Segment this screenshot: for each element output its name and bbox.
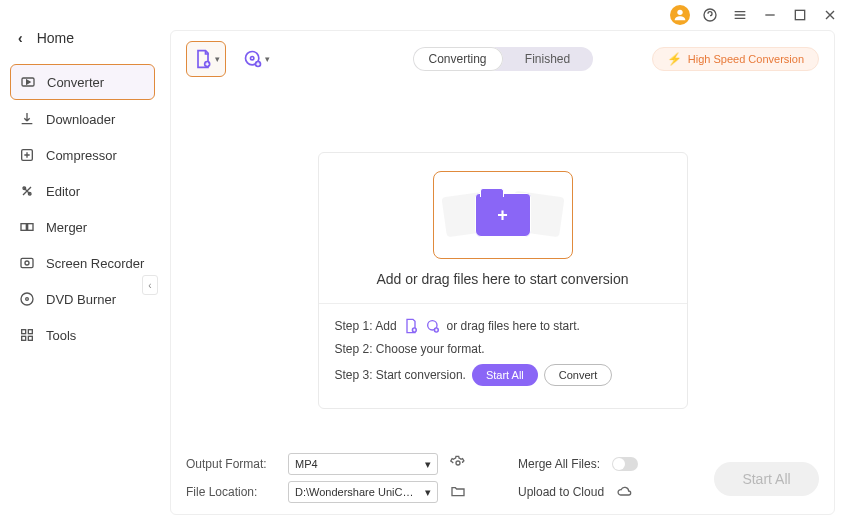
sidebar-item-label: Tools [46, 328, 76, 343]
sidebar-item-label: Downloader [46, 112, 115, 127]
sidebar-item-compressor[interactable]: Compressor [10, 138, 155, 172]
chevron-down-icon: ▾ [425, 486, 431, 499]
chevron-down-icon: ▾ [215, 54, 220, 64]
sidebar-item-label: Compressor [46, 148, 117, 163]
high-speed-pill[interactable]: ⚡ High Speed Conversion [652, 47, 819, 71]
back-icon[interactable]: ‹ [18, 30, 23, 46]
svg-point-11 [21, 293, 33, 305]
svg-rect-15 [22, 336, 26, 340]
sidebar-item-downloader[interactable]: Downloader [10, 102, 155, 136]
sidebar-item-label: Merger [46, 220, 87, 235]
add-folder-card[interactable]: + [433, 171, 573, 259]
file-location-value: D:\Wondershare UniConverter 1 [295, 486, 415, 498]
svg-rect-9 [21, 258, 33, 267]
add-file-icon [403, 318, 419, 334]
output-format-value: MP4 [295, 458, 318, 470]
svg-point-24 [456, 461, 460, 465]
sidebar-item-editor[interactable]: Editor [10, 174, 155, 208]
file-location-select[interactable]: D:\Wondershare UniConverter 1 ▾ [288, 481, 438, 503]
dvd-icon [18, 290, 36, 308]
status-tabs: Converting Finished [413, 47, 593, 71]
close-button[interactable] [820, 5, 840, 25]
cloud-icon[interactable] [616, 483, 632, 502]
step2-text: Step 2: Choose your format. [335, 342, 485, 356]
svg-rect-8 [28, 224, 33, 231]
folder-open-icon[interactable] [450, 483, 466, 502]
maximize-button[interactable] [790, 5, 810, 25]
settings-icon[interactable] [450, 455, 466, 474]
tab-finished[interactable]: Finished [503, 47, 593, 71]
sidebar-collapse-handle[interactable]: ‹ [142, 275, 158, 295]
converter-icon [19, 73, 37, 91]
user-avatar[interactable] [670, 5, 690, 25]
merge-label: Merge All Files: [518, 457, 600, 471]
sidebar-item-converter[interactable]: Converter [10, 64, 155, 100]
editor-icon [18, 182, 36, 200]
add-file-button[interactable]: ▾ [186, 41, 226, 77]
plus-icon: + [497, 205, 508, 226]
sidebar-item-merger[interactable]: Merger [10, 210, 155, 244]
sidebar-item-tools[interactable]: Tools [10, 318, 155, 352]
svg-rect-16 [28, 336, 32, 340]
drop-zone[interactable]: + Add or drag files here to start conver… [318, 152, 688, 409]
sidebar-item-label: Converter [47, 75, 104, 90]
svg-rect-13 [22, 330, 26, 334]
upload-label: Upload to Cloud [518, 485, 604, 499]
folder-icon: + [475, 193, 531, 237]
convert-pill[interactable]: Convert [544, 364, 613, 386]
hamburger-icon[interactable] [730, 5, 750, 25]
sidebar-item-label: DVD Burner [46, 292, 116, 307]
downloader-icon [18, 110, 36, 128]
speed-label: High Speed Conversion [688, 53, 804, 65]
add-dvd-icon [425, 318, 441, 334]
sidebar-item-label: Screen Recorder [46, 256, 144, 271]
svg-point-12 [26, 298, 29, 301]
sidebar-item-dvd-burner[interactable]: DVD Burner [10, 282, 155, 316]
svg-rect-14 [28, 330, 32, 334]
minimize-button[interactable] [760, 5, 780, 25]
help-icon[interactable] [700, 5, 720, 25]
step3-text: Step 3: Start conversion. [335, 368, 466, 382]
svg-rect-2 [795, 10, 804, 19]
svg-point-10 [25, 261, 29, 265]
svg-point-19 [250, 57, 253, 60]
tools-icon [18, 326, 36, 344]
main-panel: ▾ ▾ Converting Finished ⚡ High Speed Con… [170, 30, 835, 515]
start-all-button[interactable]: Start All [714, 462, 819, 496]
svg-rect-7 [21, 224, 26, 231]
merger-icon [18, 218, 36, 236]
sidebar-item-screen-recorder[interactable]: Screen Recorder [10, 246, 155, 280]
start-all-pill[interactable]: Start All [472, 364, 538, 386]
output-format-select[interactable]: MP4 ▾ [288, 453, 438, 475]
file-location-label: File Location: [186, 485, 276, 499]
sidebar: ‹ Home Converter Downloader Compressor E… [0, 20, 155, 354]
chevron-down-icon: ▾ [265, 54, 270, 64]
bolt-icon: ⚡ [667, 52, 682, 66]
step1-text-b: or drag files here to start. [447, 319, 580, 333]
add-dvd-button[interactable]: ▾ [236, 41, 276, 77]
recorder-icon [18, 254, 36, 272]
tab-converting[interactable]: Converting [413, 47, 503, 71]
drop-hint: Add or drag files here to start conversi… [376, 271, 628, 287]
svg-point-0 [677, 10, 682, 15]
step1-text-a: Step 1: Add [335, 319, 397, 333]
compressor-icon [18, 146, 36, 164]
output-format-label: Output Format: [186, 457, 276, 471]
home-label[interactable]: Home [37, 30, 74, 46]
merge-toggle[interactable] [612, 457, 638, 471]
chevron-down-icon: ▾ [425, 458, 431, 471]
sidebar-item-label: Editor [46, 184, 80, 199]
